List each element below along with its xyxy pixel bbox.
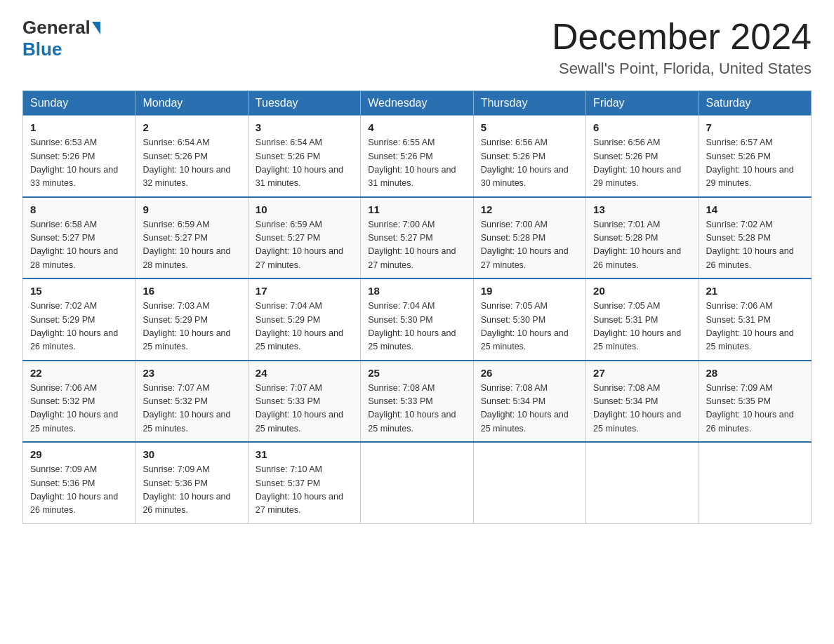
day-info: Sunrise: 7:08 AMSunset: 5:33 PMDaylight:… [368,383,456,434]
calendar-cell: 7 Sunrise: 6:57 AMSunset: 5:26 PMDayligh… [699,116,811,197]
month-title: December 2024 [552,17,812,57]
calendar-cell: 30 Sunrise: 7:09 AMSunset: 5:36 PMDaylig… [135,442,248,523]
day-number: 19 [481,285,578,297]
calendar-cell [586,442,699,523]
day-number: 18 [368,285,465,297]
calendar-cell: 21 Sunrise: 7:06 AMSunset: 5:31 PMDaylig… [699,279,811,361]
day-number: 8 [30,203,128,215]
calendar-cell: 13 Sunrise: 7:01 AMSunset: 5:28 PMDaylig… [586,197,699,279]
calendar-cell: 15 Sunrise: 7:02 AMSunset: 5:29 PMDaylig… [23,279,135,361]
day-number: 26 [481,367,578,379]
day-number: 16 [143,285,240,297]
calendar-cell: 17 Sunrise: 7:04 AMSunset: 5:29 PMDaylig… [248,279,360,361]
calendar-cell: 14 Sunrise: 7:02 AMSunset: 5:28 PMDaylig… [699,197,811,279]
calendar-cell: 11 Sunrise: 7:00 AMSunset: 5:27 PMDaylig… [361,197,473,279]
calendar-cell: 20 Sunrise: 7:05 AMSunset: 5:31 PMDaylig… [586,279,699,361]
day-number: 4 [368,121,465,133]
day-info: Sunrise: 7:08 AMSunset: 5:34 PMDaylight:… [593,383,681,434]
day-number: 27 [593,367,691,379]
day-number: 7 [706,121,804,133]
calendar-cell: 4 Sunrise: 6:55 AMSunset: 5:26 PMDayligh… [361,116,473,197]
day-number: 29 [30,448,128,460]
page-header: General Blue December 2024 Sewall's Poin… [22,17,812,78]
calendar-cell [699,442,811,523]
title-section: December 2024 Sewall's Point, Florida, U… [552,17,812,78]
day-info: Sunrise: 7:09 AMSunset: 5:35 PMDaylight:… [706,383,794,434]
day-info: Sunrise: 7:04 AMSunset: 5:30 PMDaylight:… [368,301,456,351]
day-number: 25 [368,367,465,379]
calendar-cell: 9 Sunrise: 6:59 AMSunset: 5:27 PMDayligh… [135,197,248,279]
calendar-week-3: 15 Sunrise: 7:02 AMSunset: 5:29 PMDaylig… [23,279,812,361]
day-number: 12 [481,203,578,215]
day-number: 3 [256,121,353,133]
calendar-cell: 12 Sunrise: 7:00 AMSunset: 5:28 PMDaylig… [473,197,585,279]
calendar-week-1: 1 Sunrise: 6:53 AMSunset: 5:26 PMDayligh… [23,116,812,197]
weekday-header-friday: Friday [586,91,699,116]
day-info: Sunrise: 7:09 AMSunset: 5:36 PMDaylight:… [30,464,118,515]
calendar-cell: 31 Sunrise: 7:10 AMSunset: 5:37 PMDaylig… [248,442,360,523]
day-info: Sunrise: 6:54 AMSunset: 5:26 PMDaylight:… [256,137,343,188]
calendar-cell: 18 Sunrise: 7:04 AMSunset: 5:30 PMDaylig… [361,279,473,361]
day-info: Sunrise: 7:07 AMSunset: 5:33 PMDaylight:… [256,383,343,434]
weekday-header-thursday: Thursday [473,91,585,116]
day-number: 22 [30,367,128,379]
weekday-header-saturday: Saturday [699,91,811,116]
weekday-header-tuesday: Tuesday [248,91,360,116]
calendar-cell: 29 Sunrise: 7:09 AMSunset: 5:36 PMDaylig… [23,442,135,523]
day-info: Sunrise: 7:05 AMSunset: 5:31 PMDaylight:… [593,301,681,351]
calendar-cell [473,442,585,523]
calendar-cell: 3 Sunrise: 6:54 AMSunset: 5:26 PMDayligh… [248,116,360,197]
day-info: Sunrise: 6:59 AMSunset: 5:27 PMDaylight:… [256,220,343,270]
day-number: 31 [256,448,353,460]
day-info: Sunrise: 7:09 AMSunset: 5:36 PMDaylight:… [143,464,230,515]
weekday-header-wednesday: Wednesday [361,91,473,116]
day-number: 5 [481,121,578,133]
day-info: Sunrise: 6:59 AMSunset: 5:27 PMDaylight:… [143,220,230,270]
day-number: 20 [593,285,691,297]
day-info: Sunrise: 6:58 AMSunset: 5:27 PMDaylight:… [30,220,118,270]
day-info: Sunrise: 6:56 AMSunset: 5:26 PMDaylight:… [481,137,569,188]
calendar-cell: 16 Sunrise: 7:03 AMSunset: 5:29 PMDaylig… [135,279,248,361]
day-number: 28 [706,367,804,379]
day-info: Sunrise: 7:00 AMSunset: 5:28 PMDaylight:… [481,220,569,270]
day-info: Sunrise: 6:53 AMSunset: 5:26 PMDaylight:… [30,137,118,188]
calendar-cell: 25 Sunrise: 7:08 AMSunset: 5:33 PMDaylig… [361,361,473,443]
day-info: Sunrise: 6:55 AMSunset: 5:26 PMDaylight:… [368,137,456,188]
day-number: 15 [30,285,128,297]
day-number: 2 [143,121,240,133]
weekday-header-monday: Monday [135,91,248,116]
calendar-week-2: 8 Sunrise: 6:58 AMSunset: 5:27 PMDayligh… [23,197,812,279]
day-info: Sunrise: 7:06 AMSunset: 5:32 PMDaylight:… [30,383,118,434]
calendar-cell: 27 Sunrise: 7:08 AMSunset: 5:34 PMDaylig… [586,361,699,443]
day-number: 17 [256,285,353,297]
day-info: Sunrise: 7:06 AMSunset: 5:31 PMDaylight:… [706,301,794,351]
day-info: Sunrise: 7:02 AMSunset: 5:28 PMDaylight:… [706,220,794,270]
calendar-cell: 10 Sunrise: 6:59 AMSunset: 5:27 PMDaylig… [248,197,360,279]
calendar-cell: 23 Sunrise: 7:07 AMSunset: 5:32 PMDaylig… [135,361,248,443]
calendar-cell: 19 Sunrise: 7:05 AMSunset: 5:30 PMDaylig… [473,279,585,361]
day-number: 23 [143,367,240,379]
day-number: 9 [143,203,240,215]
day-info: Sunrise: 7:04 AMSunset: 5:29 PMDaylight:… [256,301,343,351]
day-info: Sunrise: 6:56 AMSunset: 5:26 PMDaylight:… [593,137,681,188]
calendar-week-5: 29 Sunrise: 7:09 AMSunset: 5:36 PMDaylig… [23,442,812,523]
calendar-week-4: 22 Sunrise: 7:06 AMSunset: 5:32 PMDaylig… [23,361,812,443]
day-number: 1 [30,121,128,133]
calendar-cell: 1 Sunrise: 6:53 AMSunset: 5:26 PMDayligh… [23,116,135,197]
day-number: 30 [143,448,240,460]
weekday-header-sunday: Sunday [23,91,135,116]
calendar-cell: 24 Sunrise: 7:07 AMSunset: 5:33 PMDaylig… [248,361,360,443]
calendar-cell [361,442,473,523]
logo-general-text: General [22,17,91,39]
day-number: 24 [256,367,353,379]
calendar-cell: 28 Sunrise: 7:09 AMSunset: 5:35 PMDaylig… [699,361,811,443]
day-info: Sunrise: 6:54 AMSunset: 5:26 PMDaylight:… [143,137,230,188]
calendar-cell: 26 Sunrise: 7:08 AMSunset: 5:34 PMDaylig… [473,361,585,443]
day-info: Sunrise: 7:03 AMSunset: 5:29 PMDaylight:… [143,301,230,351]
day-number: 21 [706,285,804,297]
calendar-table: SundayMondayTuesdayWednesdayThursdayFrid… [22,90,812,524]
logo-arrow-icon [92,22,100,34]
location-title: Sewall's Point, Florida, United States [552,60,812,78]
day-number: 10 [256,203,353,215]
day-number: 6 [593,121,691,133]
